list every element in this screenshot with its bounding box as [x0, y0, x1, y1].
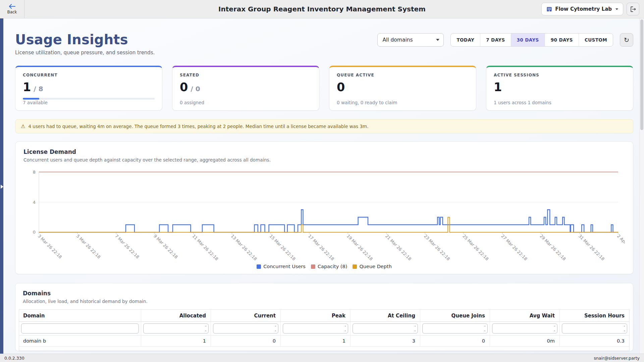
number-stepper[interactable]: ˅˅: [484, 326, 486, 331]
license-demand-panel: License Demand Concurrent users and queu…: [15, 141, 633, 274]
svg-text:5 Mar 26 22:18: 5 Mar 26 22:18: [75, 233, 102, 259]
progress-bar: [23, 98, 155, 100]
stat-card-active-sessions: ACTIVE SESSIONS 1 1 users across 1 domai…: [486, 66, 633, 111]
svg-text:13 Mar 26 22:18: 13 Mar 26 22:18: [230, 233, 258, 261]
stat-suffix: / 8: [34, 85, 43, 93]
range-button-custom[interactable]: CUSTOM: [579, 34, 613, 46]
main-area: Usage Insights License utilization, queu…: [0, 18, 644, 354]
stat-card-queue-active: QUEUE ACTIVE 0 0 waiting, 0 ready to cla…: [329, 66, 476, 111]
topbar-divider: [24, 0, 24, 18]
refresh-button[interactable]: ↻: [620, 33, 633, 47]
stat-card-concurrent: CONCURRENT 1 / 8 7 available: [15, 66, 162, 111]
legend-swatch: [257, 264, 261, 269]
filter-input-allocated[interactable]: [146, 326, 205, 331]
legend-swatch: [311, 264, 315, 269]
svg-text:31 Mar 26 22:18: 31 Mar 26 22:18: [578, 233, 606, 261]
column-header-at-ceiling: At Ceiling: [350, 310, 420, 322]
legend-label: Concurrent Users: [263, 264, 306, 269]
cell-domain: domain b: [19, 336, 141, 347]
svg-text:9 Mar 26 22:18: 9 Mar 26 22:18: [153, 233, 179, 259]
svg-text:7 Mar 26 22:18: 7 Mar 26 22:18: [114, 233, 140, 259]
filter-input-queue-joins[interactable]: [425, 326, 484, 331]
org-selector-button[interactable]: Flow Cytometry Lab: [541, 3, 623, 15]
svg-text:25 Mar 26 22:18: 25 Mar 26 22:18: [462, 233, 490, 261]
chart-legend: Concurrent UsersCapacity (8)Queue Depth: [23, 264, 625, 269]
svg-text:3 Mar 26 22:18: 3 Mar 26 22:18: [37, 233, 63, 259]
back-button[interactable]: Back: [0, 0, 24, 18]
queue-alert-banner: ⚠ 4 users had to queue, waiting 4m on av…: [15, 119, 633, 133]
column-header-current: Current: [211, 310, 280, 322]
domains-title: Domains: [23, 290, 626, 297]
table-row[interactable]: domain b101300m0.3: [19, 336, 630, 347]
stat-note: 1 users across 1 domains: [494, 100, 626, 105]
sidebar-expander[interactable]: [0, 18, 3, 354]
cell-value: 0.3: [559, 336, 629, 347]
svg-text:11 Mar 26 22:18: 11 Mar 26 22:18: [191, 233, 219, 261]
legend-item-queue-depth: Queue Depth: [353, 264, 391, 269]
expand-arrow-icon: [1, 185, 3, 189]
filter-input-domain[interactable]: [24, 326, 137, 331]
svg-text:0: 0: [33, 230, 36, 235]
range-group: TODAY7 DAYS30 DAYS90 DAYSCUSTOM: [450, 33, 613, 47]
filter-input-current[interactable]: [216, 326, 275, 331]
range-button-7-days[interactable]: 7 DAYS: [480, 34, 511, 46]
range-button-today[interactable]: TODAY: [451, 34, 480, 46]
number-stepper[interactable]: ˅˅: [624, 326, 626, 331]
stats-row: CONCURRENT 1 / 8 7 available SEATED 0 / …: [15, 66, 633, 111]
stat-label: QUEUE ACTIVE: [337, 73, 469, 77]
legend-item-concurrent-users: Concurrent Users: [257, 264, 306, 269]
number-stepper[interactable]: ˅˅: [275, 326, 276, 331]
legend-label: Capacity (8): [318, 264, 347, 269]
svg-text:2 Apr 26 22:18: 2 Apr 26 22:18: [616, 233, 625, 259]
filter-input-avg-wait[interactable]: [495, 326, 554, 331]
domains-subtitle: Allocation, live load, and historical de…: [23, 299, 626, 304]
refresh-icon: ↻: [624, 36, 629, 44]
back-arrow-icon: [8, 4, 16, 9]
logout-icon: [630, 6, 636, 12]
license-demand-chart: 0483 Mar 26 22:185 Mar 26 22:187 Mar 26 …: [23, 168, 625, 265]
stat-note: 0 waiting, 0 ready to claim: [337, 100, 469, 105]
number-stepper[interactable]: ˅˅: [344, 326, 346, 331]
svg-text:23 Mar 26 22:18: 23 Mar 26 22:18: [423, 233, 451, 261]
svg-text:27 Mar 26 22:18: 27 Mar 26 22:18: [500, 233, 528, 261]
column-header-peak: Peak: [280, 310, 350, 322]
domain-filter-select[interactable]: All domains: [377, 33, 444, 47]
chart-subtitle: Concurrent users and queue depth against…: [23, 157, 625, 163]
status-bar: 0.0.2.330 snair@sidserver.party: [0, 354, 644, 362]
range-button-90-days[interactable]: 90 DAYS: [545, 34, 579, 46]
topbar: Back Interax Group Reagent Inventory Man…: [0, 0, 644, 18]
select-caret-icon: [436, 39, 439, 41]
column-header-session-hours: Session Hours: [559, 310, 629, 322]
cell-value: 0: [211, 336, 280, 347]
stat-suffix: / 0: [191, 85, 200, 93]
domains-panel: Domains Allocation, live load, and histo…: [15, 283, 633, 351]
svg-text:21 Mar 26 22:18: 21 Mar 26 22:18: [384, 233, 413, 261]
logout-button[interactable]: [627, 3, 639, 15]
svg-text:17 Mar 26 22:18: 17 Mar 26 22:18: [307, 233, 335, 261]
cell-value: 0m: [490, 336, 559, 347]
number-stepper[interactable]: ˅˅: [554, 326, 555, 331]
column-header-avg-wait: Avg Wait: [490, 310, 559, 322]
version-label: 0.0.2.330: [4, 356, 24, 361]
number-stepper[interactable]: ˅˅: [205, 326, 207, 331]
user-label: snair@sidserver.party: [594, 356, 640, 361]
cell-value: 1: [280, 336, 350, 347]
cell-value: 0: [420, 336, 490, 347]
svg-text:19 Mar 26 22:18: 19 Mar 26 22:18: [346, 233, 374, 261]
filter-row: ˅˅˅˅˅˅˅˅˅˅˅˅˅˅: [19, 322, 630, 336]
scrollbar-thumb[interactable]: [640, 19, 643, 130]
svg-text:4: 4: [33, 200, 36, 205]
stat-note: 0 assigned: [180, 100, 312, 105]
filter-input-at-ceiling[interactable]: [356, 326, 414, 331]
number-stepper[interactable]: ˅˅: [414, 326, 416, 331]
stat-label: SEATED: [180, 73, 312, 77]
chevron-down-icon: [615, 8, 618, 10]
filter-input-session-hours[interactable]: [565, 326, 624, 331]
cell-value: 3: [350, 336, 420, 347]
page-title: Usage Insights: [15, 32, 155, 47]
vertical-scrollbar[interactable]: [639, 18, 644, 354]
filter-input-peak[interactable]: [286, 326, 344, 331]
range-button-30-days[interactable]: 30 DAYS: [511, 34, 545, 46]
legend-label: Queue Depth: [359, 264, 391, 269]
org-name-label: Flow Cytometry Lab: [555, 6, 612, 12]
